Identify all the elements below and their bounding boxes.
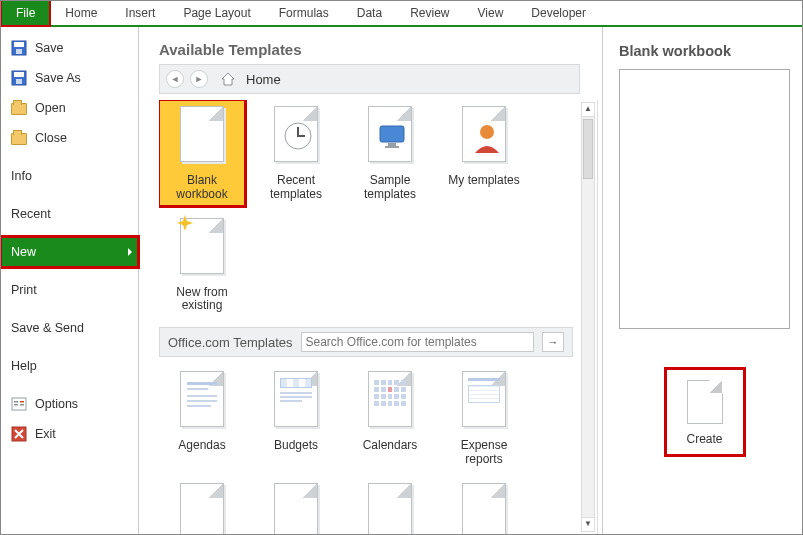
template-gallery: Available Templates ◄ ► Home Blank workb…: [139, 27, 602, 534]
svg-rect-15: [385, 146, 399, 148]
breadcrumb[interactable]: Home: [246, 72, 281, 87]
svg-rect-5: [16, 79, 22, 84]
search-input[interactable]: [301, 332, 534, 352]
create-label: Create: [686, 432, 722, 446]
svg-rect-1: [14, 42, 24, 47]
folder-open-icon: [11, 103, 27, 115]
section-title: Available Templates: [159, 41, 598, 58]
office-templates-header: Office.com Templates →: [159, 327, 573, 357]
sidebar-item-info[interactable]: Info: [1, 161, 138, 191]
templates-row-office: Agendas Budgets: [159, 365, 591, 471]
sidebar-item-label: Exit: [35, 427, 56, 441]
folder-close-icon: [11, 133, 27, 145]
home-icon[interactable]: [220, 71, 236, 87]
tab-formulas[interactable]: Formulas: [265, 1, 343, 25]
sidebar-item-label: Open: [35, 101, 66, 115]
template-label: Expense reports: [461, 438, 508, 466]
sidebar-item-print[interactable]: Print: [1, 275, 138, 305]
tab-file[interactable]: File: [0, 0, 51, 27]
sidebar-item-exit[interactable]: Exit: [1, 419, 138, 449]
sidebar-item-label: Recent: [11, 207, 51, 221]
svg-rect-7: [14, 401, 18, 403]
create-button[interactable]: Create: [666, 369, 744, 455]
template-expense-reports[interactable]: Expense reports: [441, 365, 527, 471]
template-my-templates[interactable]: My templates: [441, 100, 527, 206]
template-label: Agendas: [178, 438, 225, 452]
nav-back-button[interactable]: ◄: [166, 70, 184, 88]
sidebar-item-label: Options: [35, 397, 78, 411]
scroll-thumb[interactable]: [583, 119, 593, 179]
sidebar-item-save-as[interactable]: Save As: [1, 63, 138, 93]
tab-view[interactable]: View: [464, 1, 518, 25]
template-blank-workbook[interactable]: Blank workbook: [159, 100, 245, 206]
office-templates-label: Office.com Templates: [168, 335, 293, 350]
template-label: Sample templates: [364, 173, 416, 201]
clock-icon: [283, 121, 313, 151]
vertical-scrollbar[interactable]: ▲ ▼: [581, 102, 595, 532]
tab-insert[interactable]: Insert: [111, 1, 169, 25]
options-icon: [11, 396, 27, 412]
sidebar-item-new[interactable]: New: [1, 237, 138, 267]
template-label: Blank workbook: [176, 173, 227, 201]
template-scroll-area: Blank workbook Recent templates Sample t…: [159, 100, 598, 534]
template-label: Budgets: [274, 438, 318, 452]
templates-row-office-more: [159, 477, 591, 534]
tab-review[interactable]: Review: [396, 1, 463, 25]
templates-row-local: Blank workbook Recent templates Sample t…: [159, 100, 591, 206]
template-label: My templates: [448, 173, 519, 187]
template-label: Calendars: [363, 438, 418, 452]
exit-icon: [11, 426, 27, 442]
create-icon: [687, 380, 723, 424]
template-more-4[interactable]: [441, 477, 527, 534]
sidebar-item-recent[interactable]: Recent: [1, 199, 138, 229]
template-calendars[interactable]: Calendars: [347, 365, 433, 471]
backstage-sidebar: Save Save As Open Close Info Recent New …: [1, 27, 139, 534]
sidebar-item-options[interactable]: Options: [1, 389, 138, 419]
tab-home[interactable]: Home: [51, 1, 111, 25]
search-go-button[interactable]: →: [542, 332, 564, 352]
scroll-up-button[interactable]: ▲: [582, 103, 594, 117]
template-sample-templates[interactable]: Sample templates: [347, 100, 433, 206]
template-new-from-existing[interactable]: New from existing: [159, 212, 245, 318]
template-label: Recent templates: [270, 173, 322, 201]
sidebar-item-label: Save & Send: [11, 321, 84, 335]
sidebar-item-close[interactable]: Close: [1, 123, 138, 153]
sparkle-icon: [177, 215, 193, 231]
save-as-icon: [11, 70, 27, 86]
preview-image: [619, 69, 790, 329]
nav-forward-button[interactable]: ►: [190, 70, 208, 88]
save-icon: [11, 40, 27, 56]
tab-data[interactable]: Data: [343, 1, 396, 25]
scroll-down-button[interactable]: ▼: [582, 517, 594, 531]
sidebar-item-label: Print: [11, 283, 37, 297]
sidebar-item-label: Close: [35, 131, 67, 145]
svg-rect-13: [380, 126, 404, 142]
sidebar-item-open[interactable]: Open: [1, 93, 138, 123]
tab-developer[interactable]: Developer: [517, 1, 600, 25]
template-more-1[interactable]: [159, 477, 245, 534]
sidebar-item-help[interactable]: Help: [1, 351, 138, 381]
template-more-2[interactable]: [253, 477, 339, 534]
sidebar-item-label: New: [11, 245, 36, 259]
svg-rect-2: [16, 49, 22, 54]
sidebar-item-save-send[interactable]: Save & Send: [1, 313, 138, 343]
template-label: New from existing: [176, 285, 227, 313]
user-icon: [473, 123, 501, 153]
sidebar-item-save[interactable]: Save: [1, 33, 138, 63]
svg-point-16: [480, 125, 494, 139]
sidebar-item-label: Help: [11, 359, 37, 373]
template-budgets[interactable]: Budgets: [253, 365, 339, 471]
sidebar-item-label: Save As: [35, 71, 81, 85]
svg-rect-9: [20, 401, 24, 403]
preview-panel: Blank workbook Create: [602, 27, 802, 534]
svg-rect-10: [20, 404, 24, 406]
preview-title: Blank workbook: [619, 43, 790, 59]
tab-page-layout[interactable]: Page Layout: [169, 1, 264, 25]
sidebar-item-label: Save: [35, 41, 64, 55]
template-recent-templates[interactable]: Recent templates: [253, 100, 339, 206]
template-more-3[interactable]: [347, 477, 433, 534]
svg-rect-8: [14, 404, 18, 406]
template-agendas[interactable]: Agendas: [159, 365, 245, 471]
svg-rect-4: [14, 72, 24, 77]
sidebar-item-label: Info: [11, 169, 32, 183]
